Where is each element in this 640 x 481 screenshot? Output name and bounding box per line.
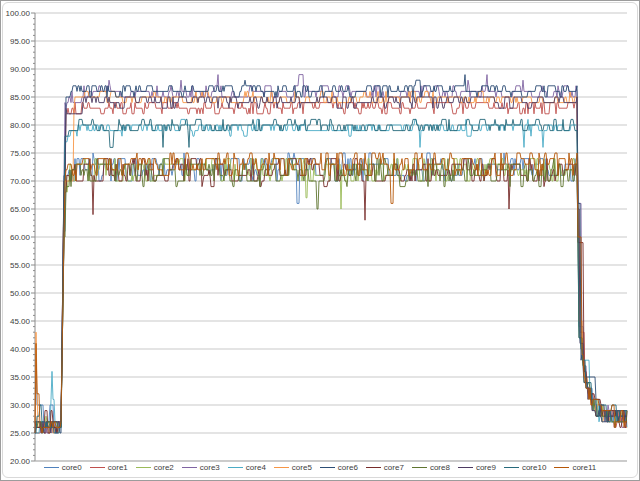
y-axis-tick-label: 50.00	[10, 289, 31, 298]
legend-line-swatch-core10	[504, 467, 519, 468]
y-axis-tick-label: 25.00	[10, 429, 31, 438]
legend-label: core1	[108, 463, 128, 472]
legend-item-core4[interactable]: core4	[228, 463, 266, 472]
y-axis-tick-label: 100.00	[6, 9, 31, 18]
legend-label: core3	[200, 463, 220, 472]
legend-line-swatch-core8	[412, 467, 427, 468]
y-axis-tick-label: 65.00	[10, 205, 31, 214]
legend-label: core10	[522, 463, 546, 472]
y-axis-tick-label: 85.00	[10, 93, 31, 102]
legend-label: core7	[384, 463, 404, 472]
series-line-core5[interactable]	[35, 91, 627, 433]
y-axis-tick-label: 70.00	[10, 177, 31, 186]
plot-area[interactable]: 100.0095.0090.0085.0080.0075.0070.0065.0…	[0, 0, 640, 481]
legend-item-core11[interactable]: core11	[554, 463, 596, 472]
legend-item-core5[interactable]: core5	[274, 463, 312, 472]
y-axis-tick-label: 30.00	[10, 401, 31, 410]
legend-label: core8	[430, 463, 450, 472]
y-axis-tick-label: 90.00	[10, 65, 31, 74]
y-axis-tick-label: 75.00	[10, 149, 31, 158]
legend-label: core5	[292, 463, 312, 472]
y-axis-tick-label: 40.00	[10, 345, 31, 354]
legend-label: core4	[246, 463, 266, 472]
series-line-core1[interactable]	[35, 103, 627, 433]
legend-item-core8[interactable]: core8	[412, 463, 450, 472]
legend-item-core3[interactable]: core3	[182, 463, 220, 472]
y-axis-tick-label: 45.00	[10, 317, 31, 326]
legend-label: core11	[572, 463, 596, 472]
y-axis-tick-label: 95.00	[10, 37, 31, 46]
series-line-core8[interactable]	[35, 159, 627, 433]
legend-line-swatch-core9	[458, 467, 473, 468]
legend-line-swatch-core5	[274, 467, 289, 468]
legend: core0core1core2core3core4core5core6core7…	[0, 460, 640, 475]
legend-item-core0[interactable]: core0	[44, 463, 82, 472]
legend-label: core0	[62, 463, 82, 472]
legend-label: core9	[476, 463, 496, 472]
y-axis-tick-label: 55.00	[10, 261, 31, 270]
y-axis-tick-label: 60.00	[10, 233, 31, 242]
y-axis-tick-label: 35.00	[10, 373, 31, 382]
legend-line-swatch-core0	[44, 467, 59, 468]
legend-line-swatch-core7	[366, 467, 381, 468]
series-line-core7[interactable]	[35, 159, 627, 433]
legend-line-swatch-core4	[228, 467, 243, 468]
legend-line-swatch-core3	[182, 467, 197, 468]
legend-label: core2	[154, 463, 174, 472]
legend-item-core9[interactable]: core9	[458, 463, 496, 472]
legend-item-core7[interactable]: core7	[366, 463, 404, 472]
legend-line-swatch-core6	[320, 467, 335, 468]
legend-item-core10[interactable]: core10	[504, 463, 546, 472]
y-axis-tick-label: 80.00	[10, 121, 31, 130]
legend-item-core1[interactable]: core1	[90, 463, 128, 472]
legend-line-swatch-core11	[554, 467, 569, 468]
series-line-core2[interactable]	[35, 159, 627, 433]
legend-line-swatch-core2	[136, 467, 151, 468]
legend-item-core2[interactable]: core2	[136, 463, 174, 472]
legend-item-core6[interactable]: core6	[320, 463, 358, 472]
legend-line-swatch-core1	[90, 467, 105, 468]
legend-label: core6	[338, 463, 358, 472]
